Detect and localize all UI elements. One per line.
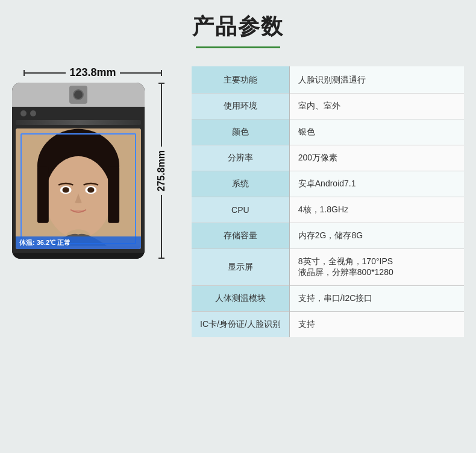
specs-table: 主要功能人脸识别测温通行使用环境室内、室外颜色银色分辨率200万像素系统安卓An… xyxy=(192,66,464,337)
speaker-dot-1 xyxy=(20,110,27,116)
height-label: 275.8mm xyxy=(156,150,167,192)
table-row: 颜色银色 xyxy=(192,119,464,145)
title-underline xyxy=(196,46,280,48)
temp-bar: 体温: 36.2℃ 正常 xyxy=(16,236,141,249)
device-speaker-row xyxy=(16,110,141,116)
table-row: 系统安卓Android7.1 xyxy=(192,171,464,197)
face-portrait: 体温: 36.2℃ 正常 xyxy=(16,128,141,249)
device-screen-area: 体温: 36.2℃ 正常 xyxy=(12,107,145,253)
table-row: 使用环境室内、室外 xyxy=(192,93,464,119)
camera-module xyxy=(69,86,87,104)
width-line-left xyxy=(23,72,66,74)
spec-value: 人脸识别测温通行 xyxy=(289,66,464,93)
device-with-height: 体温: 36.2℃ 正常 275.8mm xyxy=(12,83,174,259)
spec-value: 支持，串口/I2C接口 xyxy=(289,286,464,312)
spec-key: IC卡/身份证/人脸识别 xyxy=(192,312,289,338)
width-line-right xyxy=(120,72,162,74)
spec-value: 200万像素 xyxy=(289,145,464,171)
spec-key: 颜色 xyxy=(192,119,289,145)
spec-key: 主要功能 xyxy=(192,66,289,93)
spec-key: 分辨率 xyxy=(192,145,289,171)
table-row: IC卡/身份证/人脸识别支持 xyxy=(192,312,464,338)
camera-lens xyxy=(73,89,84,100)
spec-value: 银色 xyxy=(289,119,464,145)
spec-value: 内存2G，储存8G xyxy=(289,223,464,249)
width-label: 123.8mm xyxy=(69,66,116,79)
spec-value: 室内、室外 xyxy=(289,93,464,119)
spec-key: 人体测温模块 xyxy=(192,286,289,312)
spec-key: 存储容量 xyxy=(192,223,289,249)
spec-key: 系统 xyxy=(192,171,289,197)
page-title: 产品参数 xyxy=(192,12,284,42)
table-row: 人体测温模块支持，串口/I2C接口 xyxy=(192,286,464,312)
device-section: 123.8mm xyxy=(12,66,174,259)
device-bottom xyxy=(12,253,145,259)
screen-content: 体温: 36.2℃ 正常 xyxy=(16,128,141,249)
face-detection-overlay xyxy=(20,133,136,244)
speaker-dot-2 xyxy=(30,110,36,116)
table-row: CPU4核，1.8GHz xyxy=(192,197,464,223)
table-row: 显示屏8英寸，全视角，170°IPS液晶屏，分辨率800*1280 xyxy=(192,249,464,286)
spec-key: 使用环境 xyxy=(192,93,289,119)
content-area: 123.8mm xyxy=(12,66,464,337)
table-row: 主要功能人脸识别测温通行 xyxy=(192,66,464,93)
spec-key: CPU xyxy=(192,197,289,223)
table-row: 存储容量内存2G，储存8G xyxy=(192,223,464,249)
spec-value: 支持 xyxy=(289,312,464,338)
height-line-bottom xyxy=(161,195,162,259)
ir-bar xyxy=(16,120,141,125)
spec-key: 显示屏 xyxy=(192,249,289,286)
spec-value: 4核，1.8GHz xyxy=(289,197,464,223)
device-top-bar xyxy=(12,83,145,107)
width-measurement: 123.8mm xyxy=(23,66,162,79)
table-row: 分辨率200万像素 xyxy=(192,145,464,171)
height-line-top xyxy=(161,83,162,147)
spec-value: 安卓Android7.1 xyxy=(289,171,464,197)
device-phone: 体温: 36.2℃ 正常 xyxy=(12,83,145,259)
spec-value: 8英寸，全视角，170°IPS液晶屏，分辨率800*1280 xyxy=(289,249,464,286)
height-measurement: 275.8mm xyxy=(149,83,174,259)
